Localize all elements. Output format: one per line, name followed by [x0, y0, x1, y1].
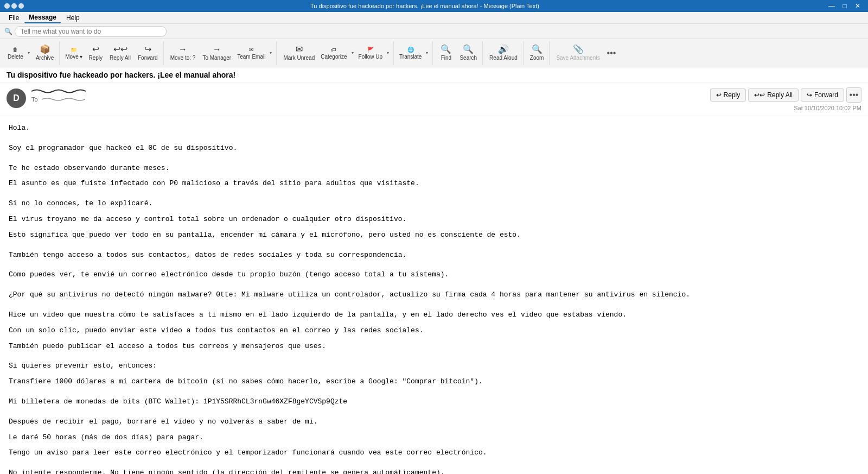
speech-group: 🔊 Read Aloud [484, 41, 524, 65]
body-line: Tengo un aviso para leer este correo ele… [9, 447, 859, 459]
minimize-btn[interactable]: — [826, 0, 838, 12]
move-label: Move ▾ [65, 54, 82, 60]
search-bar: 🔍 [0, 24, 868, 39]
categorize-arrow[interactable]: ▾ [349, 42, 356, 64]
sender-info: To [31, 87, 710, 103]
forward-header-btn[interactable]: ↪ Forward [801, 89, 844, 102]
title-bar-left [4, 3, 24, 9]
body-line: Transfiere 1000 dólares a mi cartera de … [9, 376, 859, 388]
tomanager-btn[interactable]: → To Manager [199, 42, 234, 64]
saveattachments-btn[interactable]: 📎 Save Attachments [553, 42, 603, 64]
email-header: D To ↩ Reply ↩↩ Reply All [0, 83, 868, 116]
attachments-group: 📎 Save Attachments ••• [551, 41, 621, 65]
archive-btn[interactable]: 📦 Archive [33, 42, 57, 64]
menu-help[interactable]: Help [62, 13, 84, 23]
body-line: Con un solo clic, puedo enviar este vide… [9, 325, 859, 337]
followup-split: 🚩 Follow Up ▾ [356, 42, 391, 64]
header-more-btn[interactable]: ••• [846, 87, 861, 103]
reply-all-header-btn[interactable]: ↩↩ Reply All [748, 89, 799, 102]
avatar-letter: D [13, 93, 20, 103]
moveto-icon: → [178, 45, 187, 54]
translate-icon: 🌐 [407, 47, 414, 53]
header-right: ↩ Reply ↩↩ Reply All ↪ Forward ••• Sat 1… [710, 87, 861, 111]
archive-label: Archive [36, 55, 54, 61]
search-msg-btn[interactable]: 🔍 Search [456, 42, 480, 64]
menu-bar: File Message Help [0, 12, 868, 24]
forward-header-label: Forward [814, 91, 838, 99]
reply-all-toolbar-label: Reply All [110, 55, 131, 61]
body-line: El asunto es que fuiste infectado con P0… [9, 178, 859, 189]
title-bar: Tu dispositivo fue hackeado por hackers.… [0, 0, 868, 12]
categorize-split: 🏷 Categorize ▾ [318, 42, 355, 64]
teamemail-icon: ✉ [249, 47, 253, 53]
body-line: Hola. [9, 123, 859, 134]
followup-icon: 🚩 [367, 47, 374, 53]
find-icon: 🔍 [441, 45, 451, 54]
delete-split: 🗑 Delete ▾ [5, 42, 32, 64]
search-msg-icon: 🔍 [463, 45, 474, 54]
menu-file[interactable]: File [4, 13, 23, 23]
reply-header-btn[interactable]: ↩ Reply [710, 89, 746, 102]
zoom-label: Zoom [530, 55, 544, 61]
followup-label: Follow Up [359, 54, 382, 60]
maximize-btn[interactable]: □ [839, 0, 851, 12]
delete-btn[interactable]: 🗑 Delete [5, 42, 25, 64]
search-input[interactable] [15, 26, 167, 37]
forward-toolbar-btn[interactable]: ↪ Forward [135, 42, 161, 64]
reply-all-toolbar-btn[interactable]: ↩↩ Reply All [106, 42, 134, 64]
translate-split: 🌐 Translate ▾ [397, 42, 430, 64]
routing-group: → Move to: ? → To Manager ✉ Team Email ▾ [165, 41, 277, 65]
categorize-btn[interactable]: 🏷 Categorize [318, 42, 349, 64]
delete-group: 🗑 Delete ▾ 📦 Archive [3, 41, 60, 65]
tomanager-icon: → [213, 45, 221, 54]
followup-arrow[interactable]: ▾ [385, 42, 391, 64]
readaloud-label: Read Aloud [489, 55, 518, 61]
respond-group: 📁 Move ▾ ↩ Reply ↩↩ Reply All ↪ Forward [61, 41, 163, 65]
delete-label: Delete [8, 54, 23, 60]
readaloud-btn[interactable]: 🔊 Read Aloud [486, 42, 521, 64]
body-line: Hice un video que muestra cómo te satisf… [9, 309, 859, 321]
find-btn[interactable]: 🔍 Find [436, 42, 456, 64]
followup-btn[interactable]: 🚩 Follow Up [356, 42, 385, 64]
translate-arrow[interactable]: ▾ [424, 42, 430, 64]
body-line: También puedo publicar el acceso a todos… [9, 341, 859, 352]
moveto-btn[interactable]: → Move to: ? [167, 42, 199, 64]
move-btn[interactable]: 📁 Move ▾ [63, 42, 85, 64]
find-group: 🔍 Find 🔍 Search [434, 41, 483, 65]
window-title: Tu dispositivo fue hackeado por hackers.… [24, 3, 826, 9]
sender-to-line: To [31, 96, 710, 103]
app-icon [4, 3, 24, 9]
reply-all-toolbar-icon: ↩↩ [113, 45, 127, 54]
readaloud-icon: 🔊 [498, 45, 509, 54]
email-body: Hola.Soy el programador que hackeó el 0C… [0, 116, 868, 474]
delete-arrow[interactable]: ▾ [25, 42, 32, 64]
sender-name [31, 87, 86, 96]
email-subject: Tu dispositivo fue hackeado por hackers.… [0, 67, 868, 83]
teamemail-label: Team Email [237, 54, 265, 60]
markunread-label: Mark Unread [283, 55, 315, 61]
reply-toolbar-btn[interactable]: ↩ Reply [86, 42, 106, 64]
reply-header-label: Reply [724, 91, 741, 99]
teamemail-arrow[interactable]: ▾ [267, 42, 274, 64]
find-label: Find [441, 55, 451, 61]
close-btn[interactable]: ✕ [852, 0, 864, 12]
body-line: Soy el programador que hackeó el 0C de s… [9, 143, 859, 154]
teamemail-btn[interactable]: ✉ Team Email [235, 42, 267, 64]
body-line: Esto significa que puedo ver todo en su … [9, 230, 859, 241]
body-line: Si no lo conoces, te lo explicaré. [9, 198, 859, 210]
translate-btn[interactable]: 🌐 Translate [397, 42, 424, 64]
body-line: También tengo acceso a todos sus contact… [9, 250, 859, 261]
more-options-btn[interactable]: ••• [604, 46, 619, 61]
move-split: 📁 Move ▾ [63, 42, 85, 64]
teamemail-split: ✉ Team Email ▾ [235, 42, 274, 64]
search-magnifier-icon: 🔍 [4, 28, 12, 35]
reply-all-header-icon: ↩↩ [754, 91, 765, 99]
sender-avatar: D [7, 89, 26, 108]
archive-icon: 📦 [40, 45, 50, 54]
reply-header-icon: ↩ [716, 91, 722, 99]
title-bar-controls: — □ ✕ [826, 0, 864, 12]
zoom-btn[interactable]: 🔍 Zoom [527, 42, 547, 64]
menu-message[interactable]: Message [24, 12, 61, 23]
markunread-icon: ✉ [296, 45, 303, 54]
markunread-btn[interactable]: ✉ Mark Unread [280, 42, 318, 64]
